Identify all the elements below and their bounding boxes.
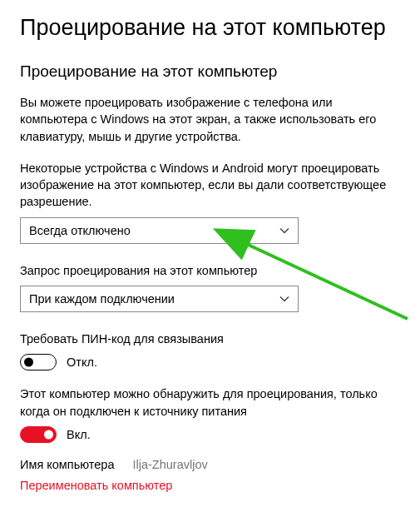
discover-toggle-state: Вкл. — [67, 428, 91, 441]
pin-toggle[interactable] — [20, 354, 57, 370]
request-dropdown[interactable]: При каждом подключении — [20, 286, 299, 312]
section-title: Проецирование на этот компьютер — [20, 62, 400, 81]
chevron-down-icon — [279, 226, 289, 236]
rename-computer-link[interactable]: Переименовать компьютер — [20, 479, 172, 492]
permission-dropdown[interactable]: Всегда отключено — [20, 217, 299, 244]
computer-name-label: Имя компьютера — [20, 458, 114, 471]
toggle-knob — [24, 358, 33, 367]
computer-name-value: Ilja-Zhuravljov — [132, 458, 207, 471]
discover-toggle[interactable] — [20, 426, 57, 443]
toggle-knob — [44, 430, 53, 439]
permission-label: Некоторые устройства с Windows и Android… — [20, 160, 400, 211]
pin-label: Требовать ПИН-код для связывания — [20, 331, 400, 347]
chevron-down-icon — [279, 294, 289, 304]
permission-dropdown-value: Всегда отключено — [29, 224, 131, 237]
page-title: Проецирование на этот компьютер — [20, 15, 400, 41]
discover-label: Этот компьютер можно обнаружить для прое… — [20, 385, 400, 420]
request-dropdown-value: При каждом подключении — [29, 292, 175, 306]
pin-toggle-state: Откл. — [67, 355, 97, 369]
request-label: Запрос проецирования на этот компьютер — [20, 262, 400, 279]
intro-description: Вы можете проецировать изображение с тел… — [20, 94, 400, 145]
